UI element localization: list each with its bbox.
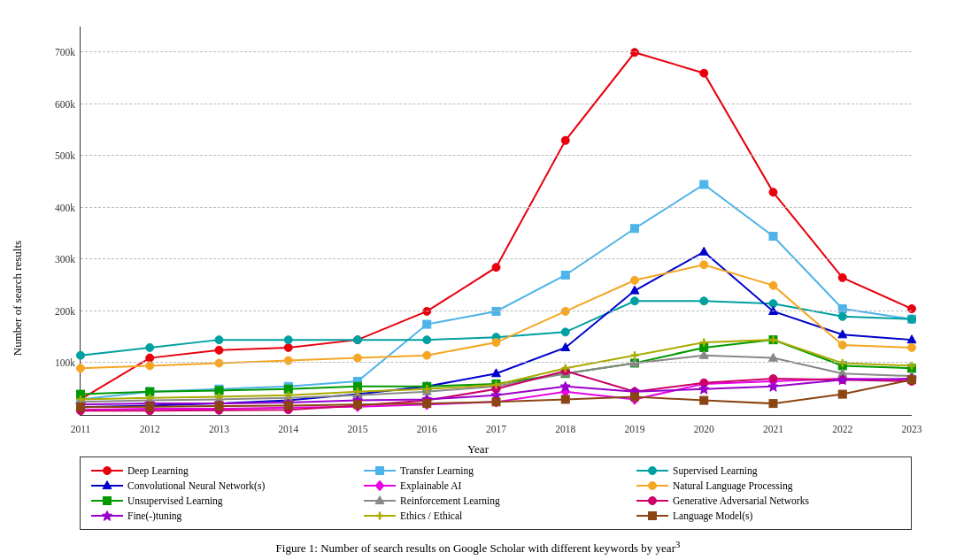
svg-rect-160	[354, 401, 362, 409]
legend-icon	[364, 464, 396, 477]
legend-icon	[364, 495, 396, 507]
svg-rect-20	[561, 271, 569, 279]
y-tick-label: 400k	[55, 203, 75, 213]
svg-point-75	[769, 281, 777, 289]
svg-point-7	[561, 136, 569, 144]
svg-point-71	[492, 339, 500, 347]
legend-item: Ethics / Ethical	[364, 510, 628, 522]
x-tick-label: 2022	[832, 424, 852, 434]
x-tick-label: 2019	[625, 424, 645, 434]
svg-point-29	[284, 336, 292, 344]
svg-rect-172	[376, 467, 384, 475]
legend-item: Supervised Learning	[636, 464, 900, 477]
figure-caption: Figure 1: Number of search results on Go…	[27, 539, 929, 556]
svg-point-69	[354, 354, 362, 362]
svg-point-73	[631, 276, 639, 284]
svg-rect-158	[215, 403, 223, 410]
svg-marker-188	[103, 511, 112, 521]
svg-rect-164	[631, 393, 639, 401]
svg-rect-166	[769, 400, 777, 408]
y-tick-label: 300k	[55, 254, 75, 265]
x-axis-label: Year	[27, 442, 929, 456]
svg-rect-193	[649, 512, 657, 520]
svg-marker-48	[699, 247, 708, 255]
grid-line: 700k	[81, 51, 912, 52]
svg-point-74	[700, 261, 708, 269]
grid-line: 300k	[81, 258, 912, 259]
legend-label: Generative Adversarial Networks	[673, 495, 809, 506]
x-tick-label: 2014	[278, 424, 298, 434]
svg-point-180	[649, 482, 657, 490]
x-tick-label: 2013	[209, 424, 229, 434]
grid-line: 200k	[81, 311, 912, 311]
svg-rect-163	[561, 395, 569, 403]
legend-item: Deep Learning	[91, 464, 355, 477]
legend-icon	[636, 464, 668, 477]
legend-item: Convolutional Neural Network(s)	[91, 479, 355, 492]
svg-point-11	[838, 273, 846, 281]
legend-label: Supervised Learning	[673, 465, 758, 476]
svg-point-27	[146, 343, 154, 351]
svg-rect-161	[423, 400, 431, 408]
legend-label: Deep Learning	[127, 465, 189, 476]
y-tick-label: 500k	[55, 150, 75, 161]
grid-line: 100k	[81, 362, 912, 363]
svg-point-31	[423, 336, 431, 344]
svg-rect-23	[769, 233, 777, 241]
svg-point-9	[700, 69, 708, 77]
svg-rect-18	[423, 320, 431, 328]
chart-svg	[81, 27, 912, 415]
legend-item: Unsupervised Learning	[91, 495, 355, 507]
page-container: Number of search results	[0, 0, 956, 560]
x-tick-label: 2021	[763, 424, 783, 434]
x-tick-label: 2015	[348, 424, 368, 434]
legend-icon	[91, 464, 123, 477]
svg-point-68	[284, 357, 292, 364]
x-tick-label: 2012	[140, 424, 160, 434]
x-tick-label: 2023	[902, 424, 922, 434]
y-tick-label: 700k	[55, 47, 75, 58]
grid-line: 400k	[81, 207, 912, 208]
svg-rect-21	[631, 225, 639, 233]
legend-item: Fine(-)tuning	[91, 510, 355, 522]
legend-label: Fine(-)tuning	[127, 510, 181, 521]
grid-line: 600k	[81, 104, 912, 104]
svg-point-174	[649, 467, 657, 475]
svg-point-28	[215, 336, 223, 344]
svg-rect-167	[838, 390, 846, 398]
legend-icon	[91, 495, 123, 507]
y-tick-label: 200k	[55, 306, 75, 317]
legend-item: Explainable AI	[364, 479, 628, 492]
svg-rect-22	[700, 180, 708, 188]
svg-point-65	[77, 364, 85, 372]
legend-item: Generative Adversarial Networks	[636, 495, 900, 507]
svg-point-38	[908, 315, 916, 323]
legend-label: Language Model(s)	[673, 510, 752, 521]
legend-icon	[636, 510, 668, 522]
series-line	[81, 52, 912, 399]
legend-item: Language Model(s)	[636, 510, 900, 522]
svg-marker-178	[375, 480, 384, 491]
legend-icon	[91, 479, 123, 492]
svg-point-3	[284, 343, 292, 351]
chart-area: 100k200k300k400k500k600k700k201120122013…	[80, 27, 912, 416]
svg-point-1	[146, 354, 154, 362]
legend-label: Reinforcement Learning	[400, 495, 500, 506]
legend-label: Explainable AI	[400, 480, 461, 491]
x-tick-label: 2018	[555, 424, 575, 434]
svg-rect-157	[146, 403, 154, 410]
legend-icon	[364, 510, 396, 522]
svg-rect-24	[838, 305, 846, 313]
svg-point-34	[631, 297, 639, 305]
svg-point-12	[908, 305, 916, 313]
series-line	[81, 185, 912, 400]
svg-rect-168	[908, 376, 916, 384]
y-axis-label: Number of search results	[11, 241, 25, 356]
svg-point-35	[700, 297, 708, 305]
y-tick-label: 100k	[55, 357, 75, 368]
svg-point-170	[104, 467, 112, 475]
y-tick-label: 600k	[55, 99, 75, 110]
svg-point-2	[215, 346, 223, 354]
x-tick-label: 2011	[71, 424, 91, 434]
legend-icon	[636, 495, 668, 507]
